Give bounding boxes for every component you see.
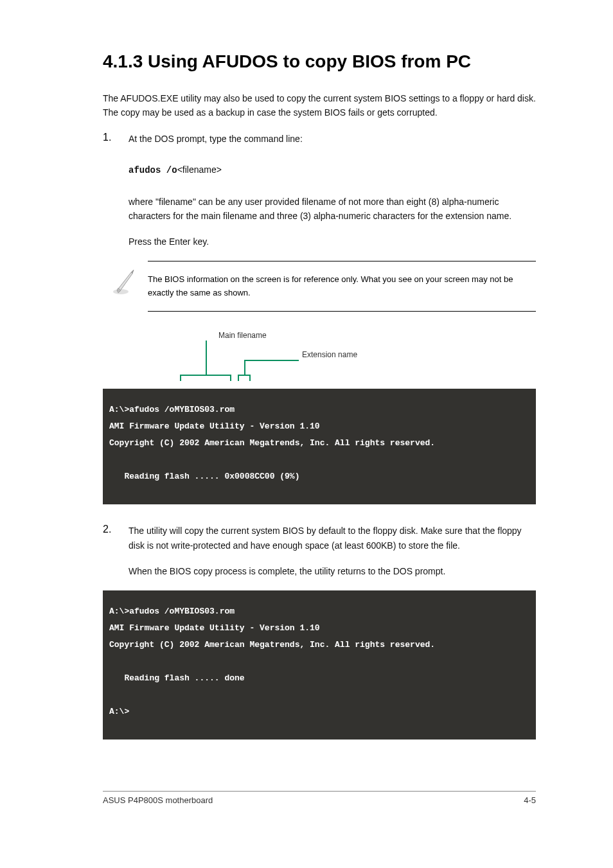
annotation-ext: Extension name <box>302 350 357 359</box>
term1-line1: A:\>afudos /oMYBIOS03.rom <box>109 405 235 414</box>
command-param: <filename> <box>177 164 222 175</box>
command-prefix: afudos /o <box>129 165 177 175</box>
term2-line5: A:\> <box>109 707 129 716</box>
step-number: 1. <box>103 132 111 143</box>
step1-desc-a: where "filename" can be any user provide… <box>129 195 536 224</box>
terminal-output-2: A:\>afudos /oMYBIOS03.rom AMI Firmware U… <box>103 590 536 740</box>
term2-line1: A:\>afudos /oMYBIOS03.rom <box>109 607 235 616</box>
intro-paragraph: The AFUDOS.EXE utility may also be used … <box>103 91 536 120</box>
term1-line4: Reading flash ..... 0x0008CC00 (9%) <box>109 472 299 481</box>
term2-line3: Copyright (C) 2002 American Megatrends, … <box>109 640 435 650</box>
term1-line3: Copyright (C) 2002 American Megatrends, … <box>109 438 435 448</box>
footer-right: 4-5 <box>524 795 536 805</box>
term2-line4: Reading flash ..... done <box>109 673 245 683</box>
page-title: 4.1.3 Using AFUDOS to copy BIOS from PC <box>103 51 536 72</box>
annotation-main: Main filename <box>218 331 267 340</box>
step-number: 2. <box>103 524 111 535</box>
footer-left: ASUS P4P800S motherboard <box>103 795 213 805</box>
step1-text: At the DOS prompt, type the command line… <box>129 132 536 146</box>
step1-desc-b: Press the Enter key. <box>129 235 536 249</box>
term2-line2: AMI Firmware Update Utility - Version 1.… <box>109 623 320 633</box>
page-footer: ASUS P4P800S motherboard 4-5 <box>103 791 536 805</box>
terminal-output-1: A:\>afudos /oMYBIOS03.rom AMI Firmware U… <box>103 389 536 504</box>
terminal2-intro: When the BIOS copy process is complete, … <box>129 564 536 578</box>
note-text: The BIOS information on the screen is fo… <box>148 261 536 312</box>
term1-line2: AMI Firmware Update Utility - Version 1.… <box>109 421 320 431</box>
step2-text: The utility will copy the current system… <box>129 524 536 553</box>
note-icon <box>109 267 138 296</box>
